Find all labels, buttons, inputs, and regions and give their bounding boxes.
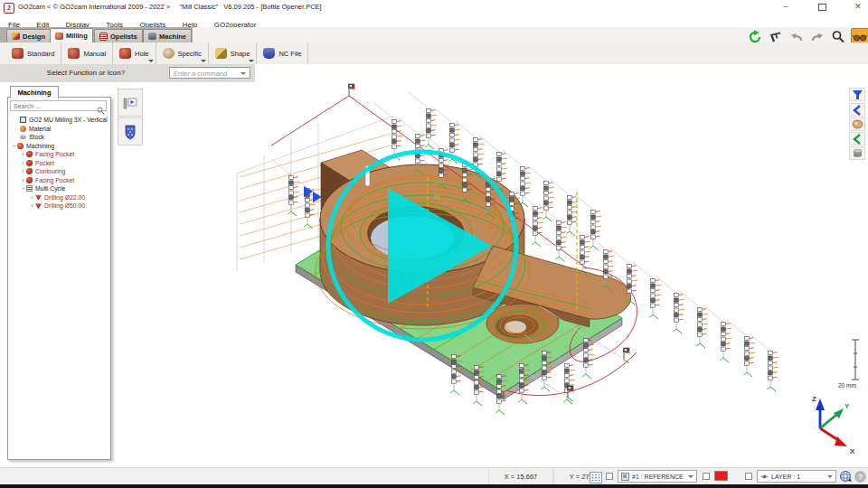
tree-item-facing-pocket-2[interactable]: › Facing Pocket bbox=[7, 176, 109, 185]
layer-value: LAYER : 1 bbox=[771, 474, 800, 480]
scale-bar: 20 mm bbox=[838, 340, 859, 389]
depth-label-49: 49 bbox=[433, 194, 440, 201]
layer-checkbox[interactable] bbox=[745, 473, 752, 480]
machining-panel: Machining GO2 MU Milling 3X - Vertical M… bbox=[7, 86, 111, 462]
expand-arrow-icon[interactable]: › bbox=[20, 185, 26, 192]
filter-icon bbox=[852, 89, 863, 100]
tree-item-machine[interactable]: GO2 MU Milling 3X - Vertical bbox=[7, 116, 109, 125]
reference-icon bbox=[621, 473, 629, 481]
filter-button[interactable] bbox=[849, 88, 865, 101]
color-swatch[interactable] bbox=[714, 471, 728, 481]
expand-arrow-icon[interactable]: › bbox=[20, 168, 26, 174]
scale-label: 20 mm bbox=[838, 382, 856, 389]
axis-y-label: Y bbox=[844, 402, 850, 410]
search-input[interactable] bbox=[10, 100, 107, 111]
collapse-blue-button[interactable] bbox=[849, 103, 865, 117]
stock-cylinder-icon bbox=[852, 148, 863, 158]
chevron-left-blue-icon bbox=[853, 105, 862, 116]
collapse-green-button[interactable] bbox=[849, 132, 865, 145]
tree-item-pocket[interactable]: › Pocket bbox=[7, 159, 109, 168]
facing-pocket-icon bbox=[26, 151, 33, 157]
simulation-icon bbox=[122, 95, 138, 111]
tree-item-drilling-22[interactable]: › Drilling Ø22.00 bbox=[7, 193, 109, 202]
shield-icon bbox=[123, 124, 137, 140]
reference-dropdown-caret[interactable] bbox=[688, 475, 693, 478]
expand-arrow-icon[interactable]: › bbox=[29, 202, 35, 209]
axis-triad: Z Y X bbox=[812, 395, 855, 455]
stock-icon bbox=[20, 135, 26, 139]
orbit-sphere-icon bbox=[839, 470, 853, 483]
viewport-3d[interactable]: 50 49 20 mm bbox=[0, 0, 868, 488]
reference-checkbox[interactable] bbox=[606, 473, 613, 480]
tab-milling[interactable]: Milling bbox=[50, 28, 93, 42]
multi-cycle-icon bbox=[26, 185, 33, 192]
tree-item-contouring[interactable]: › Contouring bbox=[7, 167, 109, 176]
tree-item-drilling-50[interactable]: › Drilling Ø50.00 bbox=[7, 202, 109, 211]
milling-icon bbox=[55, 33, 63, 40]
tree-item-machining[interactable]: › Machining bbox=[7, 142, 109, 151]
expand-arrow-icon[interactable]: › bbox=[20, 151, 26, 157]
part-icon bbox=[852, 119, 863, 129]
depth-label-50: 50 bbox=[433, 178, 440, 184]
machining-icon bbox=[17, 143, 24, 149]
drilling-icon bbox=[35, 194, 42, 201]
status-bar: X = 15.667 Y = 27.547 #1 : REFERENCE LAY… bbox=[0, 467, 868, 485]
facing-pocket-icon bbox=[26, 177, 33, 183]
expand-arrow-icon[interactable]: › bbox=[11, 143, 17, 149]
layer-dropdown-caret[interactable] bbox=[827, 475, 833, 478]
layer-icon bbox=[760, 473, 769, 481]
tree-item-stock[interactable]: Stock bbox=[7, 133, 109, 142]
color-checkbox[interactable] bbox=[703, 473, 710, 480]
tree-item-facing-pocket-1[interactable]: › Facing Pocket bbox=[7, 150, 109, 159]
machining-panel-tab[interactable]: Machining bbox=[10, 86, 59, 99]
tree-item-multi-cycle[interactable]: › Multi Cycle bbox=[7, 184, 109, 193]
stock-display-button[interactable] bbox=[849, 146, 865, 160]
pocket-icon bbox=[26, 160, 33, 166]
layer-selector[interactable]: LAYER : 1 bbox=[757, 470, 836, 483]
help-button[interactable]: ? bbox=[854, 471, 866, 483]
simulation-button[interactable] bbox=[118, 89, 143, 117]
axis-x-label: X bbox=[850, 447, 855, 455]
tool-shield-button[interactable] bbox=[118, 117, 143, 145]
machine-setup-icon bbox=[20, 117, 26, 123]
contouring-icon bbox=[26, 168, 33, 174]
expand-arrow-icon[interactable]: › bbox=[20, 160, 26, 166]
chevron-left-green-icon bbox=[853, 134, 862, 145]
drilling-icon bbox=[35, 202, 42, 209]
part-display-button[interactable] bbox=[849, 117, 865, 131]
material-icon bbox=[20, 126, 26, 132]
expand-arrow-icon[interactable]: › bbox=[29, 194, 35, 201]
axis-z-label: Z bbox=[812, 395, 816, 403]
x-coordinate-readout: X = 15.667 bbox=[488, 468, 553, 485]
tab-milling-label: Milling bbox=[66, 32, 88, 40]
window-bottom-edge bbox=[0, 484, 868, 488]
draw-color-selector[interactable] bbox=[714, 471, 730, 481]
reference-selector[interactable]: #1 : REFERENCE bbox=[618, 470, 697, 483]
grid-icon bbox=[590, 472, 602, 483]
reference-value: #1 : REFERENCE bbox=[632, 474, 684, 480]
machining-tree: GO2 MU Milling 3X - Vertical Material St… bbox=[7, 116, 109, 211]
tree-item-material[interactable]: Material bbox=[7, 125, 109, 134]
expand-arrow-icon[interactable]: › bbox=[20, 177, 26, 183]
